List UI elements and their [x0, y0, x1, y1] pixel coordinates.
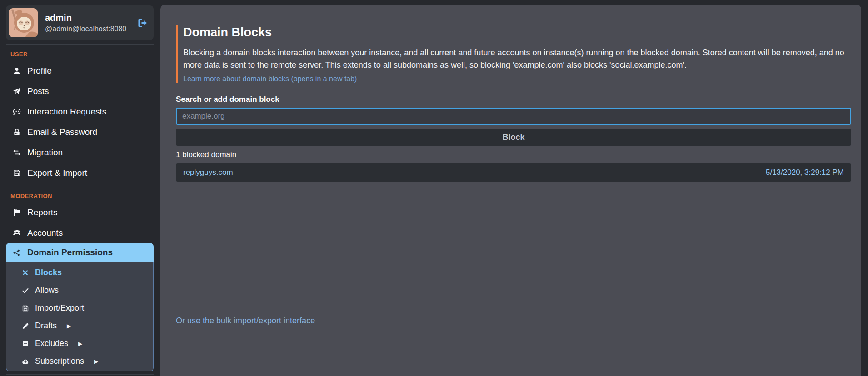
x-icon: [21, 269, 29, 277]
sidebar-item-accounts[interactable]: Accounts: [6, 223, 154, 243]
sidebar-item-interaction-requests[interactable]: Interaction Requests: [6, 101, 154, 122]
sidebar-item-label: Domain Permissions: [27, 247, 113, 257]
user-icon: [12, 66, 21, 75]
sidebar-item-label: Subscriptions: [35, 356, 84, 366]
share-nodes-icon: [12, 248, 21, 257]
sidebar-item-label: Email & Password: [27, 127, 97, 137]
sidebar-item-reports[interactable]: Reports: [6, 202, 154, 223]
sidebar-item-profile[interactable]: Profile: [6, 60, 154, 81]
sidebar-item-blocks[interactable]: Blocks: [6, 264, 153, 282]
domain-search-input[interactable]: [176, 108, 851, 125]
caret-right-icon: ▶: [78, 341, 82, 347]
blocked-domain-date: 5/13/2020, 3:29:12 PM: [766, 168, 844, 177]
sidebar-item-migration[interactable]: Migration: [6, 142, 154, 163]
blocked-domain-row[interactable]: replyguys.com 5/13/2020, 3:29:12 PM: [176, 163, 851, 182]
sidebar-item-label: Drafts: [35, 321, 57, 331]
avatar: [9, 8, 38, 37]
section-label-moderation: MODERATION: [6, 186, 154, 202]
settings-sidebar: admin @admin@localhost:8080 USER Profile…: [0, 0, 160, 376]
cloud-download-icon: [21, 357, 29, 365]
sidebar-item-excludes[interactable]: Excludes ▶: [6, 335, 153, 352]
moderation-nav: Reports Accounts Domain Permissions Bloc…: [6, 202, 154, 371]
logout-icon[interactable]: [137, 18, 148, 28]
divider: [6, 374, 154, 375]
sidebar-item-label: Excludes: [35, 339, 68, 348]
section-label-user: USER: [6, 45, 154, 60]
sidebar-item-label: Interaction Requests: [27, 107, 106, 117]
user-handle: @admin@localhost:8080: [45, 25, 126, 33]
page-description: Blocking a domain blocks interaction bet…: [183, 47, 851, 71]
sidebar-item-label: Reports: [27, 208, 58, 218]
flag-icon: [12, 208, 21, 217]
sidebar-item-allows[interactable]: Allows: [6, 282, 153, 299]
sidebar-item-label: Accounts: [27, 228, 63, 238]
caret-right-icon: ▶: [67, 323, 71, 329]
check-icon: [21, 287, 29, 294]
pencil-icon: [21, 322, 29, 330]
sidebar-item-label: Migration: [27, 148, 63, 158]
sidebar-item-label: Allows: [35, 286, 59, 295]
comment-dots-icon: [12, 107, 21, 116]
users-icon: [12, 228, 21, 237]
user-info: admin @admin@localhost:8080: [45, 12, 126, 33]
sidebar-item-subscriptions[interactable]: Subscriptions ▶: [6, 352, 153, 370]
page-title: Domain Blocks: [183, 25, 851, 40]
domain-permissions-submenu: Blocks Allows Import/Export Drafts ▶: [6, 262, 154, 371]
paper-plane-icon: [12, 87, 21, 95]
lock-icon: [12, 128, 21, 136]
sidebar-item-domain-permissions[interactable]: Domain Permissions: [6, 243, 154, 262]
user-nav: Profile Posts Interaction Requests Email…: [6, 60, 154, 183]
sidebar-item-label: Import/Export: [35, 303, 84, 313]
user-card[interactable]: admin @admin@localhost:8080: [6, 5, 154, 40]
block-button[interactable]: Block: [176, 129, 851, 146]
sidebar-item-label: Export & Import: [27, 168, 87, 178]
floppy-disk-icon: [12, 168, 21, 177]
sidebar-item-posts[interactable]: Posts: [6, 81, 154, 101]
learn-more-link[interactable]: Learn more about domain blocks (opens in…: [183, 75, 357, 83]
floppy-disk-icon: [21, 304, 29, 312]
sidebar-item-export-import[interactable]: Export & Import: [6, 163, 154, 183]
bulk-import-export-link[interactable]: Or use the bulk import/export interface: [176, 316, 315, 326]
search-label: Search or add domain block: [176, 95, 851, 104]
minus-square-icon: [21, 340, 29, 347]
blocked-domain-link[interactable]: replyguys.com: [183, 168, 233, 177]
caret-right-icon: ▶: [94, 358, 98, 365]
exchange-icon: [12, 148, 21, 157]
sidebar-item-email-password[interactable]: Email & Password: [6, 122, 154, 142]
sidebar-item-import-export[interactable]: Import/Export: [6, 299, 153, 317]
username: admin: [45, 12, 126, 23]
sidebar-item-drafts[interactable]: Drafts ▶: [6, 317, 153, 335]
domain-blocks-panel: Domain Blocks Blocking a domain blocks i…: [160, 5, 861, 376]
sidebar-item-label: Blocks: [35, 268, 62, 277]
sidebar-item-label: Posts: [27, 86, 49, 96]
domain-blocks-intro: Domain Blocks Blocking a domain blocks i…: [176, 25, 851, 83]
blocked-domain-count: 1 blocked domain: [176, 150, 851, 159]
sidebar-item-label: Profile: [27, 66, 52, 76]
